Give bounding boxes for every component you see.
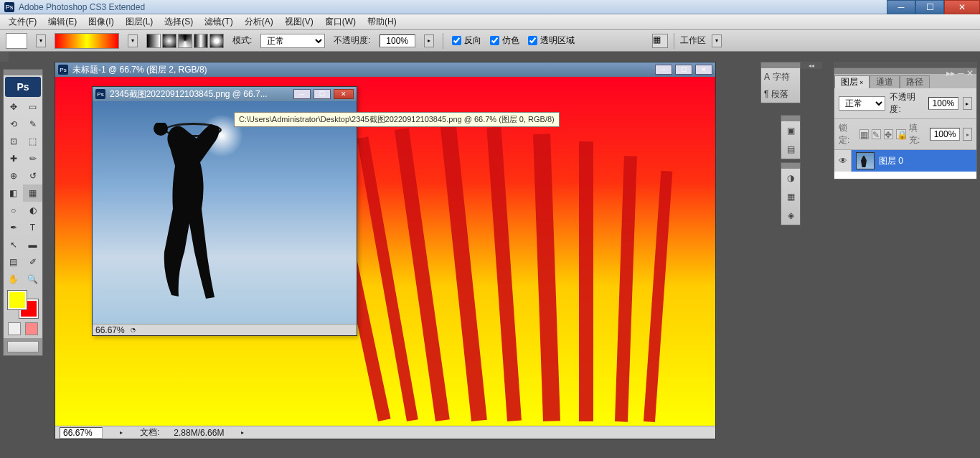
- tab-paths[interactable]: 路径: [900, 75, 930, 88]
- panel-grip[interactable]: [781, 163, 800, 169]
- doc2-maximize[interactable]: ☐: [314, 89, 331, 99]
- panel-grip[interactable]: [781, 116, 800, 121]
- toolbox-grip[interactable]: [4, 70, 42, 75]
- go-to-bridge-button[interactable]: ▦: [652, 34, 668, 48]
- paragraph-panel-tab[interactable]: ¶段落: [761, 85, 800, 103]
- dock-collapse-arrows[interactable]: ◂◂: [801, 62, 822, 69]
- styles-panel-icon[interactable]: ◈: [781, 206, 800, 225]
- menu-image[interactable]: 图像(I): [83, 14, 119, 29]
- move-tool[interactable]: ✥: [4, 98, 23, 116]
- dock-tab-left[interactable]: [0, 52, 9, 62]
- gradient-radial[interactable]: [162, 34, 176, 48]
- crop-tool[interactable]: ⊡: [4, 133, 23, 150]
- lock-position-icon[interactable]: ✥: [884, 129, 893, 139]
- gradient-linear[interactable]: [146, 34, 161, 48]
- blur-tool[interactable]: ○: [4, 202, 23, 219]
- gradient-preview[interactable]: [55, 33, 119, 49]
- doc1-minimize[interactable]: ─: [655, 65, 672, 75]
- layer-fill-input[interactable]: [930, 128, 960, 141]
- gradient-diamond[interactable]: [209, 34, 224, 48]
- pen-tool[interactable]: ✒: [4, 219, 23, 236]
- gradient-angle[interactable]: [178, 34, 192, 48]
- blend-mode-select[interactable]: 正常: [260, 34, 325, 48]
- menu-edit[interactable]: 编辑(E): [42, 14, 83, 29]
- close-button[interactable]: ✕: [944, 0, 980, 14]
- tab-layers[interactable]: 图层×: [834, 75, 870, 88]
- panel-grip[interactable]: ▸▸─ ✕: [834, 68, 976, 74]
- shape-tool[interactable]: ▬: [23, 236, 42, 253]
- gradient-reflected[interactable]: [194, 34, 208, 48]
- zoom-tool[interactable]: 🔍: [23, 271, 42, 288]
- screen-mode-button[interactable]: [7, 341, 39, 352]
- visibility-toggle[interactable]: 👁: [834, 150, 852, 172]
- dither-checkbox[interactable]: 仿色: [490, 34, 519, 47]
- status-menu-icon[interactable]: ▸: [238, 429, 247, 437]
- menu-filter[interactable]: 滤镜(T): [199, 14, 238, 29]
- swatches-panel-icon[interactable]: ▦: [781, 187, 800, 206]
- character-panel-tab[interactable]: A字符: [761, 68, 800, 85]
- marquee-tool[interactable]: ▭: [23, 98, 42, 116]
- doc1-maximize[interactable]: ☐: [675, 65, 692, 75]
- gradient-dropdown[interactable]: ▾: [128, 34, 138, 47]
- slice-tool[interactable]: ⬚: [23, 133, 42, 150]
- doc2-status-arrow[interactable]: ◔: [129, 326, 138, 335]
- tab-channels[interactable]: 通道: [870, 75, 900, 88]
- tool-preset-picker[interactable]: [6, 33, 27, 49]
- hand-tool[interactable]: ✋: [4, 271, 23, 288]
- tool-preset-dropdown[interactable]: ▾: [36, 34, 46, 47]
- lock-pixels-icon[interactable]: ✎: [872, 129, 881, 139]
- menu-file[interactable]: 文件(F): [3, 14, 42, 29]
- layer-opacity-dropdown[interactable]: ▸: [963, 97, 972, 110]
- close-panel-icon[interactable]: ─ ✕: [958, 68, 974, 74]
- layer-row[interactable]: 👁 图层 0: [834, 150, 976, 172]
- quickmask-mode-button[interactable]: [25, 322, 38, 335]
- eyedropper-tool[interactable]: ✐: [23, 253, 42, 271]
- doc2-canvas[interactable]: [93, 101, 357, 324]
- panel-grip[interactable]: [761, 62, 800, 68]
- history-brush-tool[interactable]: ↺: [23, 167, 42, 184]
- doc1-close[interactable]: ✕: [695, 65, 712, 75]
- notes-tool[interactable]: ▤: [4, 253, 23, 271]
- tab-close-icon[interactable]: ×: [859, 79, 863, 86]
- lock-all-icon[interactable]: 🔒: [896, 129, 906, 139]
- healing-tool[interactable]: ✚: [4, 150, 23, 167]
- layer-thumbnail[interactable]: [856, 152, 875, 169]
- dock-tab-right[interactable]: [834, 62, 977, 67]
- quick-select-tool[interactable]: ✎: [23, 116, 42, 133]
- histogram-panel-icon[interactable]: ▤: [781, 140, 800, 159]
- menu-window[interactable]: 窗口(W): [319, 14, 362, 29]
- menu-help[interactable]: 帮助(H): [362, 14, 402, 29]
- menu-view[interactable]: 视图(V): [279, 14, 319, 29]
- doc2-close[interactable]: ✕: [334, 89, 354, 99]
- opacity-dropdown[interactable]: ▸: [424, 34, 434, 47]
- lasso-tool[interactable]: ⟲: [4, 116, 23, 133]
- standard-mode-button[interactable]: [8, 322, 21, 335]
- maximize-button[interactable]: ☐: [915, 0, 944, 14]
- layer-blend-mode[interactable]: 正常: [839, 96, 885, 111]
- menu-select[interactable]: 选择(S): [159, 14, 199, 29]
- doc2-minimize[interactable]: ─: [293, 89, 311, 99]
- brush-tool[interactable]: ✏: [23, 150, 42, 167]
- foreground-color[interactable]: [8, 291, 27, 309]
- layer-fill-dropdown[interactable]: ▸: [963, 128, 972, 141]
- eraser-tool[interactable]: ◧: [4, 184, 23, 202]
- layer-opacity-input[interactable]: [928, 97, 958, 110]
- layer-name[interactable]: 图层 0: [879, 155, 976, 167]
- type-tool[interactable]: T: [23, 219, 42, 236]
- path-select-tool[interactable]: ↖: [4, 236, 23, 253]
- gradient-tool[interactable]: ▦: [23, 184, 42, 202]
- doc2-titlebar[interactable]: Ps 2345截图20220912103845.png @ 66.7... ─ …: [93, 87, 357, 101]
- dodge-tool[interactable]: ◐: [23, 202, 42, 219]
- doc1-titlebar[interactable]: Ps 未标题-1 @ 66.7% (图层 2, RGB/8) ─ ☐ ✕: [55, 62, 715, 77]
- color-panel-icon[interactable]: ◑: [781, 169, 800, 187]
- menu-layer[interactable]: 图层(L): [120, 14, 159, 29]
- reverse-checkbox[interactable]: 反向: [452, 34, 481, 47]
- navigator-panel-icon[interactable]: ▣: [781, 121, 800, 140]
- doc1-zoom-field[interactable]: [60, 427, 103, 439]
- opacity-input[interactable]: [380, 34, 415, 47]
- workspace-dropdown[interactable]: ▾: [712, 34, 722, 47]
- transparency-checkbox[interactable]: 透明区域: [528, 34, 575, 47]
- stamp-tool[interactable]: ⊕: [4, 167, 23, 184]
- collapse-icon[interactable]: ▸▸: [946, 68, 955, 74]
- status-arrow-icon[interactable]: ▸: [117, 429, 126, 437]
